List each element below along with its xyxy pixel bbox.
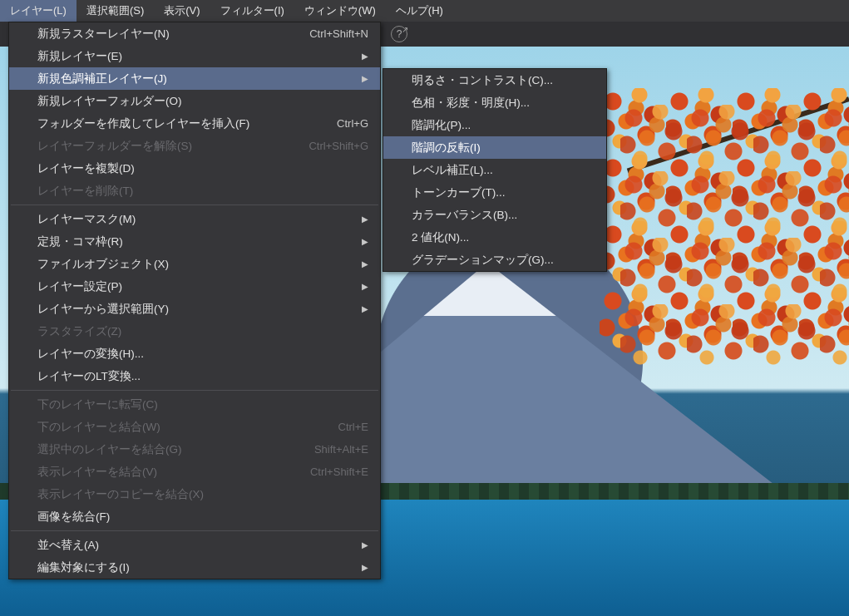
menuitem-label: フォルダーを作成してレイヤーを挿入(F) (37, 116, 249, 131)
menu-window[interactable]: ウィンドウ(W) (294, 0, 386, 22)
menuitem-duplicate-layer[interactable]: レイヤーを複製(D) (9, 157, 380, 180)
menuitem-label: レイヤーフォルダーを解除(S) (37, 139, 192, 154)
menuitem-label: レイヤーを複製(D) (37, 161, 135, 176)
menuitem-label: 階調の反転(I) (412, 140, 481, 155)
menuitem-layer-settings[interactable]: レイヤー設定(P) ▶ (9, 275, 380, 298)
menuitem-selection-from-layer[interactable]: レイヤーから選択範囲(Y) ▶ (9, 298, 380, 320)
canvas-illustration-branch (627, 96, 849, 173)
correction-layer-submenu: 明るさ・コントラスト(C)... 色相・彩度・明度(H)... 階調化(P)..… (383, 68, 607, 272)
menuitem-shortcut: Shift+Alt+E (314, 443, 368, 456)
chevron-right-icon: ▶ (362, 52, 368, 61)
menuitem-new-correction-layer[interactable]: 新規色調補正レイヤー(J) ▶ (9, 67, 380, 90)
menuitem-transfer-below: 下のレイヤーに転写(C) (9, 393, 380, 416)
chevron-right-icon: ▶ (362, 540, 368, 549)
menuitem-label: 明るさ・コントラスト(C)... (412, 73, 553, 88)
menuitem-merge-below: 下のレイヤーと結合(W) Ctrl+E (9, 416, 380, 438)
help-hint-icon[interactable]: ? (391, 26, 407, 42)
chevron-right-icon: ▶ (362, 304, 368, 313)
layer-dropdown: 新規ラスターレイヤー(N) Ctrl+Shift+N 新規レイヤー(E) ▶ 新… (8, 22, 381, 579)
menuitem-label: トーンカーブ(T)... (412, 185, 506, 200)
submenu-levels[interactable]: レベル補正(L)... (383, 159, 606, 181)
menuitem-label: 定規・コマ枠(R) (37, 234, 123, 249)
menu-select[interactable]: 選択範囲(S) (77, 0, 154, 22)
menuitem-new-raster-layer[interactable]: 新規ラスターレイヤー(N) Ctrl+Shift+N (9, 22, 380, 45)
submenu-hue-saturation[interactable]: 色相・彩度・明度(H)... (383, 91, 606, 114)
menuitem-label: 並べ替え(A) (37, 538, 99, 553)
menuitem-label: カラーバランス(B)... (412, 208, 517, 223)
chevron-right-icon: ▶ (362, 563, 368, 572)
menuitem-label: ラスタライズ(Z) (37, 324, 121, 339)
menuitem-merge-selected: 選択中のレイヤーを結合(G) Shift+Alt+E (9, 438, 380, 461)
menuitem-ungroup-folder: レイヤーフォルダーを解除(S) Ctrl+Shift+G (9, 135, 380, 157)
canvas-illustration-leaves (600, 88, 849, 354)
menu-help[interactable]: ヘルプ(H) (386, 0, 453, 22)
menuitem-label: 色相・彩度・明度(H)... (412, 96, 530, 111)
menu-view[interactable]: 表示(V) (154, 0, 210, 22)
menuitem-shortcut: Ctrl+E (338, 421, 368, 433)
menuitem-set-edit-target[interactable]: 編集対象にする(I) ▶ (9, 556, 380, 579)
menuitem-flatten-image[interactable]: 画像を統合(F) (9, 505, 380, 528)
menuitem-ruler-frame[interactable]: 定規・コマ枠(R) ▶ (9, 230, 380, 253)
menuitem-label: 2 値化(N)... (412, 230, 469, 245)
chevron-right-icon: ▶ (362, 74, 368, 83)
menu-layer[interactable]: レイヤー(L) (0, 0, 77, 22)
menuitem-label: 表示レイヤーを結合(V) (37, 465, 157, 480)
menuitem-shortcut: Ctrl+Shift+N (309, 27, 368, 40)
menuitem-convert-layer[interactable]: レイヤーの変換(H)... (9, 342, 380, 365)
menuitem-label: レベル補正(L)... (412, 163, 493, 178)
menuitem-delete-layer: レイヤーを削除(T) (9, 180, 380, 202)
menuitem-label: ファイルオブジェクト(X) (37, 257, 169, 272)
menuitem-label: レイヤーの変換(H)... (37, 347, 144, 362)
chevron-right-icon: ▶ (362, 282, 368, 291)
menuitem-insert-into-folder[interactable]: フォルダーを作成してレイヤーを挿入(F) Ctrl+G (9, 112, 380, 135)
menuitem-new-layer[interactable]: 新規レイヤー(E) ▶ (9, 45, 380, 67)
menuitem-lt-convert[interactable]: レイヤーのLT変換... (9, 365, 380, 387)
submenu-binarize[interactable]: 2 値化(N)... (383, 226, 606, 249)
menuitem-label: レイヤーから選択範囲(Y) (37, 302, 169, 317)
menuitem-label: 下のレイヤーに転写(C) (37, 397, 158, 412)
menuitem-label: グラデーションマップ(G)... (412, 253, 554, 268)
menuitem-layer-mask[interactable]: レイヤーマスク(M) ▶ (9, 208, 380, 230)
menuitem-new-layer-folder[interactable]: 新規レイヤーフォルダー(O) (9, 90, 380, 112)
menuitem-merge-visible-copy: 表示レイヤーのコピーを結合(X) (9, 483, 380, 505)
menuitem-label: 表示レイヤーのコピーを結合(X) (37, 487, 204, 502)
menuitem-label: 階調化(P)... (412, 118, 471, 133)
separator (11, 530, 378, 531)
menuitem-shortcut: Ctrl+G (337, 117, 368, 130)
menuitem-label: 新規色調補正レイヤー(J) (37, 71, 167, 86)
menuitem-shortcut: Ctrl+Shift+G (309, 140, 368, 152)
chevron-right-icon: ▶ (362, 214, 368, 224)
menuitem-label: レイヤー設定(P) (37, 279, 122, 294)
menuitem-arrange[interactable]: 並べ替え(A) ▶ (9, 534, 380, 556)
separator (11, 205, 378, 205)
submenu-invert-gradation[interactable]: 階調の反転(I) (383, 136, 606, 159)
submenu-tone-curve[interactable]: トーンカーブ(T)... (383, 181, 606, 204)
menuitem-label: 下のレイヤーと結合(W) (37, 420, 160, 435)
menuitem-label: レイヤーマスク(M) (37, 212, 136, 227)
menuitem-label: レイヤーを削除(T) (37, 184, 133, 199)
menuitem-label: 画像を統合(F) (37, 510, 110, 525)
menuitem-rasterize: ラスタライズ(Z) (9, 320, 380, 342)
menuitem-shortcut: Ctrl+Shift+E (310, 466, 368, 478)
menuitem-merge-visible: 表示レイヤーを結合(V) Ctrl+Shift+E (9, 461, 380, 483)
menuitem-label: 新規レイヤー(E) (37, 49, 122, 64)
submenu-posterize[interactable]: 階調化(P)... (383, 114, 606, 136)
chevron-right-icon: ▶ (362, 259, 368, 269)
submenu-gradient-map[interactable]: グラデーションマップ(G)... (383, 249, 606, 271)
submenu-brightness-contrast[interactable]: 明るさ・コントラスト(C)... (383, 69, 606, 91)
menuitem-label: 新規ラスターレイヤー(N) (37, 27, 170, 42)
menuitem-file-object[interactable]: ファイルオブジェクト(X) ▶ (9, 253, 380, 275)
menu-bar: レイヤー(L) 選択範囲(S) 表示(V) フィルター(I) ウィンドウ(W) … (0, 0, 849, 22)
menuitem-label: 編集対象にする(I) (37, 560, 130, 575)
menuitem-label: 新規レイヤーフォルダー(O) (37, 94, 182, 109)
chevron-right-icon: ▶ (362, 237, 368, 246)
menuitem-label: 選択中のレイヤーを結合(G) (37, 442, 182, 457)
menuitem-label: レイヤーのLT変換... (37, 369, 141, 384)
submenu-color-balance[interactable]: カラーバランス(B)... (383, 204, 606, 226)
menu-filter[interactable]: フィルター(I) (210, 0, 294, 22)
separator (11, 390, 378, 391)
